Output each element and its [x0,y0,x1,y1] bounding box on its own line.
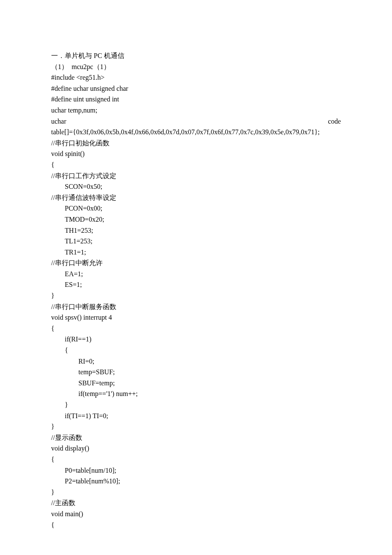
code-line: //串行通信波特率设定 [51,192,341,203]
code-line: void display() [51,443,341,454]
code-line: （1） mcu2pc（1） [51,61,341,72]
code-line: ES=1; [51,279,341,290]
code-line: table[]={0x3f,0x06,0x5b,0x4f,0x66,0x6d,0… [51,127,341,138]
code-line: #define uint unsigned int [51,94,341,105]
code-line: #include <reg51.h> [51,72,341,83]
code-line: } [51,421,341,432]
code-line: //显示函数 [51,432,341,443]
code-line: uchar temp,num; [51,105,341,116]
code-line: { [51,454,341,465]
code-line: { [51,345,341,356]
code-line: #define uchar unsigned char [51,83,341,94]
code-line: } [51,290,341,301]
document-page: 一．单片机与 PC 机通信（1） mcu2pc（1）#include <reg5… [0,0,392,555]
code-line: SBUF=temp; [51,378,341,389]
code-line: } [51,399,341,410]
code-line: EA=1; [51,269,341,280]
code-line: TH1=253; [51,225,341,236]
code-line: P0=table[num/10]; [51,465,341,476]
code-line: 一．单片机与 PC 机通信 [51,50,341,61]
code-line: ucharcode [51,116,341,127]
code-line: //串行口初始化函数 [51,138,341,149]
code-text-right: code [328,116,341,127]
code-line: PCON=0x00; [51,203,341,214]
code-line: { [51,520,341,531]
code-line: SCON=0x50; [51,181,341,192]
code-line: void spsv() interrupt 4 [51,312,341,323]
code-line: //主函数 [51,497,341,509]
code-line: if(RI==1) [51,334,341,345]
code-line: TMOD=0x20; [51,214,341,225]
code-line: { [51,159,341,171]
code-line: } [51,487,341,498]
code-line: RI=0; [51,356,341,367]
code-line: if(temp=='1') num++; [51,388,341,399]
code-line: TR1=1; [51,247,341,258]
code-line: temp=SBUF; [51,367,341,378]
code-line: //串行口中断允许 [51,257,341,269]
code-line: void main() [51,509,341,520]
code-line: void spinit() [51,148,341,159]
code-line: { [51,323,341,334]
code-line: //串行口工作方式设定 [51,171,341,182]
code-line: TL1=253; [51,236,341,247]
code-line: if(TI==1) TI=0; [51,410,341,422]
code-line: //串行口中断服务函数 [51,301,341,312]
code-text-left: uchar [51,116,66,127]
code-line: P2=table[num%10]; [51,476,341,487]
